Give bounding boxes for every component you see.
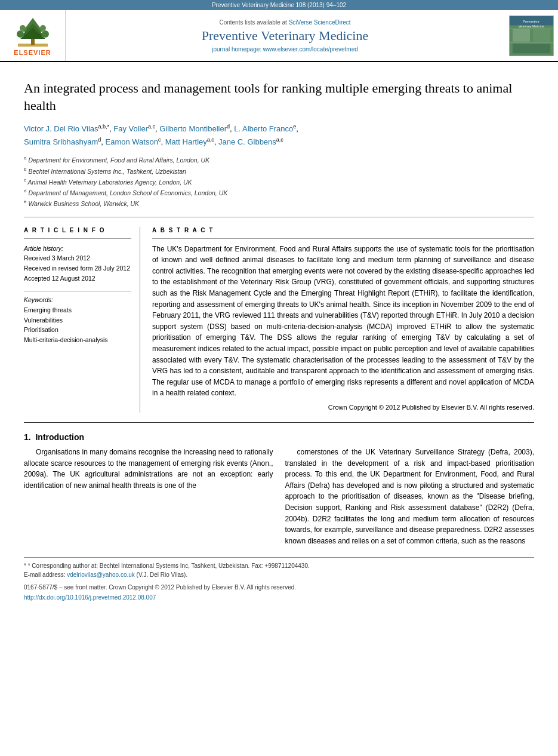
footnote-corresponding: * * Corresponding author at: Bechtel Int… — [24, 561, 534, 570]
abstract-divider — [152, 238, 534, 239]
affil-e-text: Warwick Business School, Warwick, UK — [28, 200, 139, 207]
affil-c-text: Animal Health Veterinary Laboratories Ag… — [28, 178, 192, 185]
email-address[interactable]: vdelriovilas@yahoo.co.uk — [67, 571, 135, 578]
author-8: Jane C. Gibbens — [218, 138, 276, 147]
svg-rect-14 — [532, 29, 550, 41]
intro-two-col: Organisations in many domains recognise … — [24, 447, 534, 551]
abstract-heading: A B S T R A C T — [152, 227, 534, 233]
affiliations: a Department for Environment, Food and R… — [24, 155, 534, 217]
article-title: An integrated process and management too… — [24, 80, 534, 114]
received-date: Received 3 March 2012 — [24, 253, 131, 263]
author-2: Fay Voller — [113, 125, 148, 134]
intro-left-col: Organisations in many domains recognise … — [24, 447, 273, 551]
keywords-section: Keywords: Emerging threats Vulnerabiliti… — [24, 296, 131, 345]
footnote-issn: 0167-5877/$ – see front matter. Crown Co… — [24, 583, 534, 592]
journal-cover-image: Preventive Veterinary Medicine — [510, 16, 553, 56]
section-title-text: Introduction — [35, 432, 84, 442]
author-5-sup: d — [98, 137, 101, 143]
abstract-col: A B S T R A C T The UK's Department for … — [152, 227, 534, 413]
journal-homepage: journal homepage: www.elsevier.com/locat… — [212, 46, 358, 53]
author-8-sup: a,c — [276, 137, 283, 143]
elsevier-logo-area: ELSEVIER — [0, 10, 66, 61]
author-5: Sumitra Sribhashyam — [24, 138, 98, 147]
article-meta-section: A R T I C L E I N F O Article history: R… — [24, 227, 534, 413]
svg-point-6 — [17, 30, 24, 38]
citation-text: Preventive Veterinary Medicine 108 (2013… — [212, 2, 346, 8]
main-divider — [24, 422, 534, 423]
keywords-label: Keywords: — [24, 296, 131, 303]
author-4: L. Alberto Franco — [234, 125, 293, 134]
footnote-email: E-mail address: vdelriovilas@yahoo.co.uk… — [24, 570, 534, 579]
intro-right-col: cornerstones of the UK Veterinary Survei… — [285, 447, 535, 551]
intro-para-2: cornerstones of the UK Veterinary Survei… — [285, 447, 535, 546]
keyword-1: Emerging threats — [24, 305, 131, 315]
journal-thumbnail: Preventive Veterinary Medicine — [509, 16, 554, 56]
footnote-corresponding-text: * Corresponding author at: Bechtel Inter… — [28, 563, 310, 569]
svg-rect-13 — [512, 29, 529, 41]
keyword-2: Vulnerabilities — [24, 315, 131, 325]
page-wrapper: Preventive Veterinary Medicine 108 (2013… — [0, 0, 558, 756]
author-6: Eamon Watson — [106, 138, 158, 147]
author-3-sup: d — [227, 124, 230, 130]
history-label: Article history: — [24, 244, 131, 254]
keyword-3: Prioritisation — [24, 325, 131, 335]
journal-title: Preventive Veterinary Medicine — [202, 28, 368, 44]
sciverse-line: Contents lists available at SciVerse Sci… — [219, 19, 350, 26]
authors-line: Victor J. Del Rio Vilasa,b,*, Fay Voller… — [24, 122, 534, 149]
elsevier-logo: ELSEVIER — [12, 15, 54, 56]
affil-c-sup: c — [24, 177, 26, 183]
sciverse-label: Contents lists available at — [219, 19, 286, 26]
introduction-section: 1. Introduction Organisations in many do… — [24, 432, 534, 551]
svg-text:Preventive: Preventive — [523, 19, 539, 23]
accepted-date: Accepted 12 August 2012 — [24, 273, 131, 284]
affil-d: d Department of Management, London Schoo… — [24, 188, 534, 198]
affil-e-sup: e — [24, 199, 26, 204]
footnote-area: * * Corresponding author at: Bechtel Int… — [24, 557, 534, 602]
affil-d-sup: d — [24, 188, 26, 193]
affil-b-text: Bechtel International Systems Inc., Tash… — [28, 167, 186, 174]
elsevier-tree-icon — [12, 15, 54, 48]
author-1-sup: a,b,* — [98, 124, 110, 130]
footnote-doi[interactable]: http://dx.doi.org/10.1016/j.prevetmed.20… — [24, 593, 534, 602]
author-4-sup: e — [293, 124, 296, 130]
elsevier-brand-text: ELSEVIER — [14, 49, 51, 56]
journal-thumb-area: Preventive Veterinary Medicine — [504, 10, 558, 61]
footnote-star: * — [24, 563, 28, 569]
citation-bar: Preventive Veterinary Medicine 108 (2013… — [0, 0, 558, 10]
author-1: Victor J. Del Rio Vilas — [24, 125, 98, 134]
revised-date: Received in revised form 28 July 2012 — [24, 263, 131, 273]
affil-b-sup: b — [24, 167, 26, 172]
affil-b: b Bechtel International Systems Inc., Ta… — [24, 166, 534, 176]
main-content: An integrated process and management too… — [0, 62, 558, 614]
svg-rect-15 — [512, 44, 550, 53]
abstract-text: The UK's Department for Environment, Foo… — [152, 244, 534, 399]
abstract-copyright: Crown Copyright © 2012 Published by Else… — [152, 402, 534, 413]
abstract-section: The UK's Department for Environment, Foo… — [152, 244, 534, 413]
affil-d-text: Department of Management, London School … — [28, 189, 227, 196]
affil-a-text: Department for Environment, Food and Rur… — [28, 156, 209, 164]
author-6-sup: c — [158, 137, 161, 143]
journal-header-center: Contents lists available at SciVerse Sci… — [66, 10, 504, 61]
email-name: (V.J. Del Rio Vilas). — [137, 571, 188, 578]
article-history: Article history: Received 3 March 2012 R… — [24, 244, 131, 284]
svg-text:Veterinary Medicine: Veterinary Medicine — [518, 25, 544, 28]
article-info-col: A R T I C L E I N F O Article history: R… — [24, 227, 140, 413]
divider-2 — [24, 291, 131, 291]
affil-a: a Department for Environment, Food and R… — [24, 155, 534, 165]
keyword-4: Multi-criteria-decision-analysis — [24, 335, 131, 345]
homepage-url[interactable]: www.elsevier.com/locate/prevetmed — [263, 46, 358, 53]
journal-header: ELSEVIER Contents lists available at Sci… — [0, 10, 558, 62]
svg-point-8 — [42, 30, 49, 38]
author-2-sup: a,c — [148, 124, 155, 130]
article-info-heading: A R T I C L E I N F O — [24, 227, 131, 233]
email-label: E-mail address: — [24, 571, 67, 578]
svg-point-5 — [20, 25, 26, 31]
divider-1 — [24, 238, 131, 239]
author-7-sup: a,c — [207, 137, 214, 143]
svg-point-7 — [40, 25, 46, 31]
homepage-label: journal homepage: — [212, 46, 261, 53]
affil-e: e Warwick Business School, Warwick, UK — [24, 198, 534, 208]
intro-para-1: Organisations in many domains recognise … — [24, 447, 273, 491]
sciverse-link[interactable]: SciVerse ScienceDirect — [289, 19, 351, 26]
section-number: 1. — [24, 432, 31, 442]
